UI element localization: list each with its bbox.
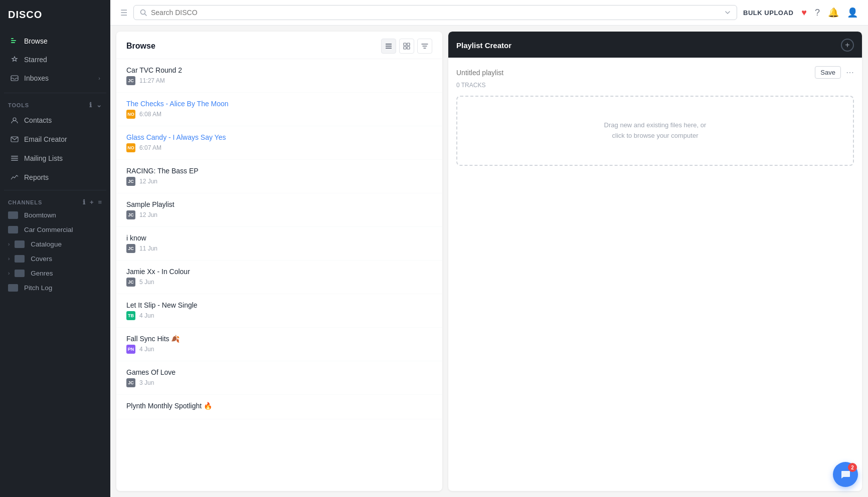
browse-icon	[10, 37, 19, 46]
item-date: 3 Jun	[139, 379, 154, 386]
list-item[interactable]: Plynth Monthly Spotlight 🔥	[116, 395, 442, 419]
item-date: 12 Jun	[139, 211, 157, 218]
topbar-actions: BULK UPLOAD ♥ ? 🔔 👤	[743, 7, 858, 18]
playlist-creator-add-button[interactable]: +	[841, 39, 854, 52]
user-avatar[interactable]: 👤	[847, 7, 858, 18]
playlist-creator-body: Save ⋯ 0 TRACKS Drag new and existing fi…	[448, 58, 862, 491]
svg-rect-11	[386, 44, 392, 45]
list-icon	[10, 154, 19, 163]
list-item[interactable]: RACING: The Bass EP JC 12 Jun	[116, 160, 442, 193]
item-meta: NO 6:08 AM	[126, 110, 432, 119]
sidebar-item-label: Inboxes	[24, 74, 49, 82]
list-item[interactable]: Fall Sync Hits 🍂 PN 4 Jun	[116, 328, 442, 361]
folder-icon	[8, 211, 18, 219]
chevron-down-icon[interactable]: ⌄	[96, 101, 102, 109]
svg-rect-13	[386, 48, 392, 49]
filter-icon[interactable]: ≡	[98, 198, 102, 206]
channel-covers[interactable]: › Covers	[0, 252, 110, 266]
playlist-name-input[interactable]	[456, 69, 810, 77]
channel-genres[interactable]: › Genres	[0, 266, 110, 281]
channel-boomtown[interactable]: Boomtown	[0, 208, 110, 222]
item-title: RACING: The Bass EP	[126, 167, 432, 175]
filter-button[interactable]	[417, 39, 432, 54]
list-item[interactable]: The Checks - Alice By The Moon NO 6:08 A…	[116, 93, 442, 126]
list-item[interactable]: Car TVC Round 2 JC 11:27 AM	[116, 59, 442, 93]
app-logo: DISCO	[0, 0, 110, 30]
grid-view-button[interactable]	[399, 39, 414, 54]
sidebar-item-label: Starred	[24, 56, 47, 64]
grid-icon	[403, 43, 410, 50]
sidebar-item-reports[interactable]: Reports	[2, 168, 108, 186]
channel-pitch-log[interactable]: Pitch Log	[0, 281, 110, 295]
list-item[interactable]: Jamie Xx - In Colour JC 5 Jun	[116, 261, 442, 294]
list-icon	[385, 43, 392, 50]
item-title: Plynth Monthly Spotlight 🔥	[126, 402, 432, 410]
drop-zone-text: Drag new and existing files here, or cli…	[604, 120, 707, 141]
item-meta: TB 4 Jun	[126, 311, 432, 320]
list-item[interactable]: Let It Slip - New Single TB 4 Jun	[116, 294, 442, 328]
item-meta: JC 5 Jun	[126, 278, 432, 287]
info-icon[interactable]: ℹ	[83, 198, 86, 206]
channel-car-commercial[interactable]: Car Commercial	[0, 222, 110, 237]
item-date: 6:08 AM	[139, 111, 161, 118]
channels-header-icons: ℹ + ≡	[83, 198, 102, 206]
sidebar-item-mailing-lists[interactable]: Mailing Lists	[2, 149, 108, 167]
item-title: Games Of Love	[126, 368, 432, 376]
sidebar-item-label: Browse	[24, 37, 48, 45]
sidebar-item-label: Reports	[24, 173, 49, 181]
contacts-icon	[10, 116, 19, 125]
sidebar-item-inboxes[interactable]: Inboxes ›	[2, 69, 108, 87]
sidebar-item-contacts[interactable]: Contacts	[2, 111, 108, 129]
sidebar-item-starred[interactable]: Starred	[2, 51, 108, 69]
svg-line-10	[145, 14, 147, 16]
item-date: 5 Jun	[139, 279, 154, 286]
item-link[interactable]: Glass Candy - I Always Say Yes	[126, 133, 226, 141]
info-icon[interactable]: ℹ	[89, 101, 92, 109]
list-item[interactable]: Games Of Love JC 3 Jun	[116, 361, 442, 395]
list-item[interactable]: Glass Candy - I Always Say Yes NO 6:07 A…	[116, 126, 442, 160]
list-view-button[interactable]	[381, 39, 396, 54]
item-date: 4 Jun	[139, 346, 154, 353]
channel-label: Pitch Log	[24, 284, 52, 292]
item-title: Glass Candy - I Always Say Yes	[126, 133, 432, 141]
help-icon[interactable]: ?	[815, 8, 820, 18]
list-item[interactable]: i know JC 11 Jun	[116, 227, 442, 261]
notifications-icon[interactable]: 🔔	[828, 7, 839, 18]
channels-section-header: CHANNELS ℹ + ≡	[0, 193, 110, 208]
chevron-down-icon	[725, 10, 731, 16]
folder-icon	[15, 270, 25, 277]
user-badge: JC	[126, 76, 135, 85]
item-link[interactable]: The Checks - Alice By The Moon	[126, 100, 229, 108]
tools-header-icons: ℹ ⌄	[89, 101, 102, 109]
svg-rect-0	[11, 38, 14, 39]
search-input[interactable]	[151, 9, 721, 17]
playlist-drop-zone[interactable]: Drag new and existing files here, or cli…	[456, 96, 854, 166]
sidebar-item-email-creator[interactable]: Email Creator	[2, 130, 108, 148]
channel-catalogue[interactable]: › Catalogue	[0, 237, 110, 252]
bulk-upload-button[interactable]: BULK UPLOAD	[743, 9, 793, 17]
add-channel-icon[interactable]: +	[90, 198, 94, 206]
playlist-save-button[interactable]: Save	[815, 66, 841, 79]
folder-icon	[8, 226, 18, 233]
svg-rect-1	[11, 40, 16, 41]
browse-actions	[381, 39, 432, 54]
channel-label: Covers	[31, 255, 52, 263]
playlist-name-row: Save ⋯	[456, 66, 854, 79]
sidebar-item-browse[interactable]: Browse	[2, 32, 108, 50]
user-badge: JC	[126, 210, 135, 219]
item-date: 12 Jun	[139, 178, 157, 185]
item-title: i know	[126, 234, 432, 242]
svg-rect-16	[404, 47, 406, 49]
user-badge: TB	[126, 311, 135, 320]
sidebar-collapse-button[interactable]: ☰	[120, 8, 127, 18]
reports-icon	[10, 173, 19, 182]
favorites-icon[interactable]: ♥	[801, 8, 807, 18]
playlist-more-button[interactable]: ⋯	[846, 68, 854, 77]
chat-widget[interactable]: 2	[833, 462, 858, 487]
sidebar: DISCO Browse Starred Inboxes › TOOLS ℹ ⌄	[0, 0, 110, 497]
user-badge: JC	[126, 278, 135, 287]
channel-label: Catalogue	[31, 240, 62, 248]
item-date: 4 Jun	[139, 312, 154, 319]
search-icon	[140, 9, 147, 16]
list-item[interactable]: Sample Playlist JC 12 Jun	[116, 193, 442, 227]
